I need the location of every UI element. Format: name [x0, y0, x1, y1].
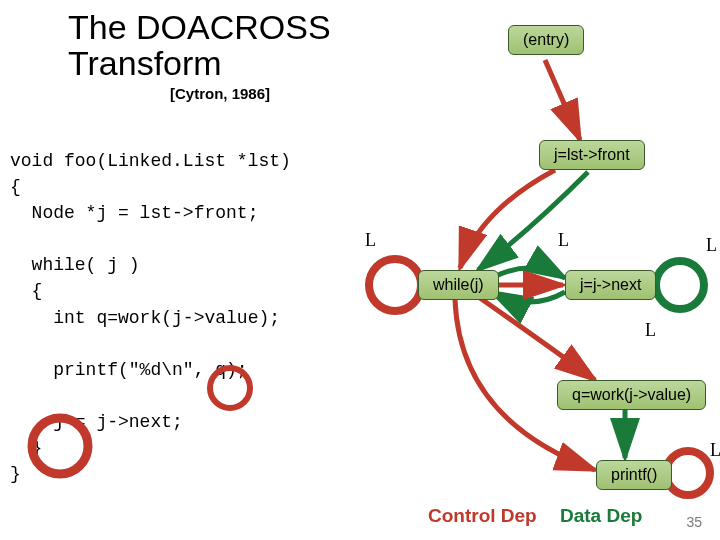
- legend-data: Data Dep: [560, 505, 642, 526]
- svg-point-0: [369, 259, 421, 311]
- label-L-5: L: [710, 440, 720, 461]
- code-listing: void foo(Linked.List *lst) { Node *j = l…: [10, 148, 291, 487]
- label-L-3: L: [706, 235, 717, 256]
- slide-title: The DOACROSS Transform: [68, 10, 331, 81]
- citation: [Cytron, 1986]: [170, 85, 270, 102]
- node-printf: printf(): [596, 460, 672, 490]
- title-line1: The DOACROSS: [68, 8, 331, 46]
- title-line2: Transform: [68, 44, 222, 82]
- node-qwork: q=work(j->value): [557, 380, 706, 410]
- node-jnext: j=j->next: [565, 270, 656, 300]
- page-number: 35: [686, 514, 702, 530]
- label-L-2: L: [558, 230, 569, 251]
- legend-control: Control Dep: [428, 505, 537, 526]
- node-whilej: while(j): [418, 270, 499, 300]
- label-L-1: L: [365, 230, 376, 251]
- label-L-4: L: [645, 320, 656, 341]
- svg-point-2: [666, 451, 710, 495]
- legend: Control Dep Data Dep: [428, 505, 642, 527]
- node-entry: (entry): [508, 25, 584, 55]
- node-front: j=lst->front: [539, 140, 645, 170]
- svg-point-1: [656, 261, 704, 309]
